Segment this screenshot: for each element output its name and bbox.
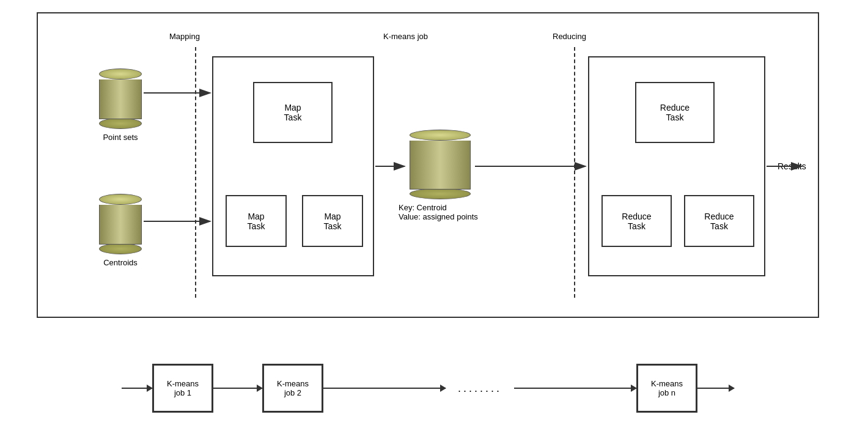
cyl-top-pointsets bbox=[99, 68, 142, 79]
dashed-line-mapping bbox=[195, 47, 196, 298]
main-container: Mapping K-means job Reducing Point sets … bbox=[37, 12, 831, 428]
job-box-2: K-meansjob 2 bbox=[262, 364, 323, 413]
cylinder-point-sets: Point sets bbox=[99, 68, 142, 142]
long-arrow-2 bbox=[514, 388, 636, 389]
cyl-bottom-middle bbox=[410, 188, 471, 199]
cyl-bottom-pointsets bbox=[99, 118, 142, 129]
reduce-task-top: ReduceTask bbox=[635, 82, 715, 143]
mapping-box: MapTask MapTask MapTask bbox=[212, 56, 374, 276]
reduce-task-bot-left: ReduceTask bbox=[601, 195, 672, 247]
cyl-body-pointsets bbox=[99, 79, 142, 119]
cyl-label-centroids: Centroids bbox=[103, 258, 138, 267]
map-task-top: MapTask bbox=[253, 82, 333, 143]
arrow-1 bbox=[213, 388, 262, 389]
label-kmeans-job: K-means job bbox=[383, 32, 428, 41]
end-arrow bbox=[697, 388, 734, 389]
key-value-label: Key: Centroid Value: assigned points bbox=[399, 203, 478, 221]
job1-label: K-meansjob 1 bbox=[167, 379, 199, 397]
cyl-top-centroids bbox=[99, 194, 142, 205]
map-task-bot-right: MapTask bbox=[302, 195, 363, 247]
start-arrow bbox=[122, 388, 152, 389]
cyl-body-middle bbox=[410, 141, 471, 190]
cyl-label-pointsets: Point sets bbox=[103, 133, 138, 142]
value-label: Value: assigned points bbox=[399, 212, 478, 221]
reducing-box: ReduceTask ReduceTask ReduceTask bbox=[588, 56, 765, 276]
top-diagram: Mapping K-means job Reducing Point sets … bbox=[37, 12, 819, 318]
bottom-diagram: K-meansjob 1 K-meansjob 2 ........ K-mea… bbox=[37, 336, 819, 440]
cyl-top-middle bbox=[410, 130, 471, 141]
job-box-1: K-meansjob 1 bbox=[152, 364, 213, 413]
dots: ........ bbox=[446, 382, 514, 395]
long-arrow bbox=[323, 388, 446, 389]
bottom-inner: K-meansjob 1 K-meansjob 2 ........ K-mea… bbox=[122, 364, 734, 413]
dashed-line-reducing bbox=[574, 47, 575, 298]
job2-label: K-meansjob 2 bbox=[277, 379, 309, 397]
job-box-n: K-meansjob n bbox=[636, 364, 697, 413]
cylinder-centroids: Centroids bbox=[99, 194, 142, 267]
jobn-label: K-meansjob n bbox=[651, 379, 683, 397]
label-reducing: Reducing bbox=[553, 32, 586, 41]
map-task-bot-left: MapTask bbox=[226, 195, 287, 247]
cyl-bottom-centroids bbox=[99, 243, 142, 254]
reduce-task-bot-right: ReduceTask bbox=[684, 195, 754, 247]
label-mapping: Mapping bbox=[169, 32, 200, 41]
cylinder-middle bbox=[410, 130, 471, 199]
results-label: Results bbox=[778, 161, 806, 171]
cyl-body-centroids bbox=[99, 205, 142, 245]
key-label: Key: Centroid bbox=[399, 203, 478, 212]
